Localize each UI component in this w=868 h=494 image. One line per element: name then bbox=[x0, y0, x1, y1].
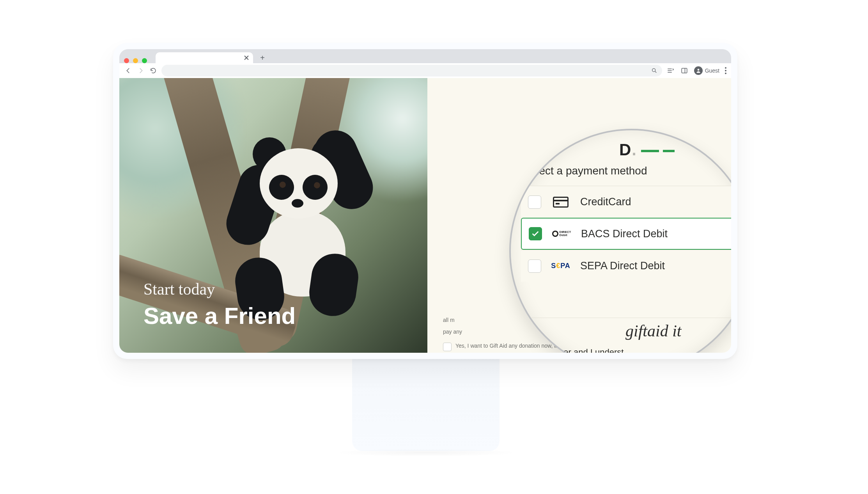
option-label: BACS Direct Debit bbox=[581, 228, 668, 240]
menu-button[interactable] bbox=[725, 67, 726, 74]
profile-label: Guest bbox=[705, 68, 719, 74]
window-close-icon[interactable] bbox=[124, 58, 129, 63]
monitor-frame: + bbox=[113, 43, 737, 359]
window-minimize-icon[interactable] bbox=[133, 58, 138, 63]
browser-tab[interactable] bbox=[156, 52, 253, 63]
sepa-icon: S€PA bbox=[550, 260, 572, 272]
option-label: SEPA Direct Debit bbox=[580, 260, 665, 272]
payment-option-bacs[interactable]: DIRECTDebit BACS Direct Debit bbox=[521, 218, 731, 250]
panel-icon[interactable] bbox=[680, 66, 689, 75]
partial-brand-text: D. bbox=[619, 140, 675, 159]
credit-card-icon bbox=[550, 196, 572, 208]
giftaid-logo: giftaid it bbox=[625, 322, 682, 340]
address-bar[interactable] bbox=[161, 65, 662, 76]
panda-illustration bbox=[236, 133, 361, 281]
browser-chrome: + bbox=[119, 49, 731, 78]
direct-debit-icon: DIRECTDebit bbox=[551, 228, 572, 240]
monitor-stand bbox=[352, 354, 500, 451]
option-checkbox[interactable] bbox=[529, 227, 542, 240]
search-icon bbox=[651, 68, 657, 74]
svg-point-0 bbox=[652, 69, 655, 72]
divider bbox=[526, 318, 731, 318]
profile-chip[interactable]: Guest bbox=[694, 66, 719, 75]
media-icon[interactable] bbox=[666, 66, 675, 75]
svg-point-2 bbox=[697, 69, 699, 71]
giftaid-partial-text: ayer and I underst bbox=[554, 347, 624, 353]
svg-rect-1 bbox=[682, 68, 687, 73]
hero-panel: Start today Save a Friend bbox=[119, 78, 427, 353]
payment-option-sepa[interactable]: S€PA SEPA Direct Debit bbox=[521, 250, 731, 282]
tab-strip: + bbox=[152, 49, 268, 63]
option-label: CreditCard bbox=[580, 196, 631, 208]
payment-section-title: Select a payment method bbox=[523, 165, 731, 177]
giftaid-checkbox[interactable] bbox=[443, 343, 452, 351]
monitor-base bbox=[331, 449, 520, 457]
browser-toolbar: Guest bbox=[119, 63, 731, 78]
hero-title: Save a Friend bbox=[143, 302, 296, 329]
forward-button[interactable] bbox=[136, 66, 145, 75]
hero-kicker: Start today bbox=[143, 280, 296, 299]
new-tab-button[interactable]: + bbox=[257, 52, 268, 63]
option-checkbox[interactable] bbox=[528, 259, 541, 273]
toolbar-right: Guest bbox=[666, 66, 726, 75]
screen: + bbox=[119, 49, 731, 353]
avatar-icon bbox=[694, 66, 703, 75]
hero-text: Start today Save a Friend bbox=[143, 280, 296, 329]
window-maximize-icon[interactable] bbox=[142, 58, 147, 63]
reload-button[interactable] bbox=[149, 66, 158, 75]
window-controls bbox=[119, 53, 152, 63]
payment-option-creditcard[interactable]: CreditCard bbox=[521, 186, 731, 218]
option-checkbox[interactable] bbox=[528, 195, 541, 209]
back-button[interactable] bbox=[124, 66, 133, 75]
close-tab-icon[interactable] bbox=[244, 55, 249, 60]
